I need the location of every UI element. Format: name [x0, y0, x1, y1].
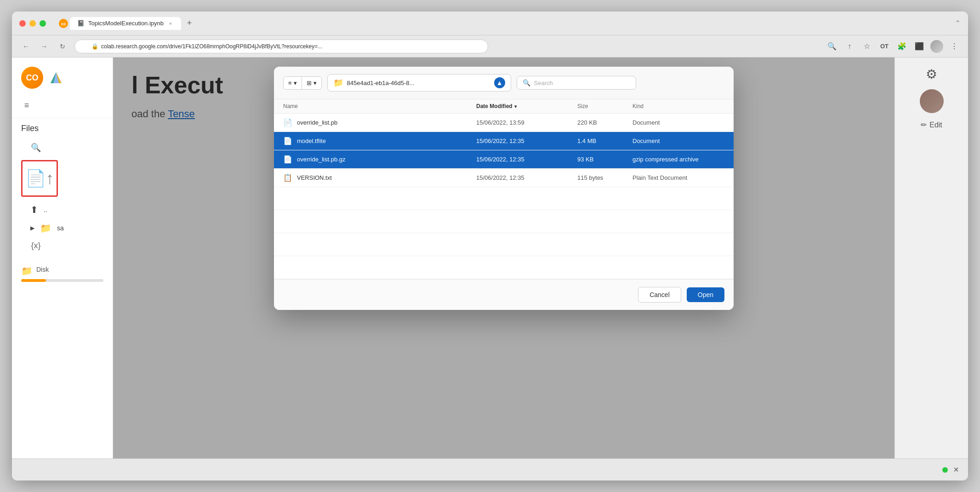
dialog-footer: Cancel Open [274, 279, 734, 310]
sidebar-item-variables[interactable]: {x} [21, 237, 103, 254]
files-section: Files 🔍 📄↑ ⬆ .. ▶ 📁 sa [12, 118, 113, 260]
search-icon: 🔍 [523, 79, 530, 86]
colab-logo: CO [21, 67, 43, 89]
cancel-button[interactable]: Cancel [638, 287, 681, 303]
window-minimize-icon[interactable]: ⌃ [955, 19, 961, 28]
sidebar-item-search[interactable]: 🔍 [21, 139, 103, 156]
user-profile-large[interactable] [920, 89, 944, 113]
file-size: 93 KB [577, 156, 632, 163]
new-tab-button[interactable]: + [183, 17, 196, 30]
file-name-text: VERSION.txt [297, 174, 332, 181]
address-bar: ← → ↻ 🔒 colab.research.google.com/drive/… [12, 35, 968, 57]
file-date: 15/06/2022, 12:35 [476, 174, 577, 181]
menu-icon[interactable]: ⋮ [948, 40, 961, 53]
sidebar-item-folder[interactable]: ▶ 📁 sa [21, 219, 103, 237]
tab-notebook[interactable]: 📓 TopicsModelExecution.ipynb × [70, 17, 181, 30]
variables-icon: {x} [30, 241, 41, 251]
upload-button[interactable]: 📄↑ [21, 160, 58, 197]
disk-label: Disk [36, 266, 49, 273]
bottom-close-button[interactable]: × [953, 464, 959, 475]
tab-notebook-title: TopicsModelExecution.ipynb [88, 20, 164, 27]
disk-section: 📁 Disk [12, 260, 113, 287]
search-placeholder: Search [534, 80, 553, 86]
refresh-button[interactable]: ↻ [56, 40, 69, 53]
file-name-text: model.tflite [297, 137, 326, 144]
folder-expand-icon: ▶ [30, 225, 34, 231]
view-toggle: ≡ ▾ ⊞ ▾ [283, 76, 322, 90]
file-date: 15/06/2022, 13:59 [476, 119, 577, 126]
file-row-version-txt[interactable]: 📋 VERSION.txt 15/06/2022, 12:35 115 byte… [274, 169, 734, 187]
file-kind: Plain Text Document [632, 174, 724, 181]
dialog-toolbar: ≡ ▾ ⊞ ▾ 📁 845e4ad1-eb1a-46d5-8... ▲ [274, 67, 734, 99]
settings-icon[interactable]: ⚙ [926, 67, 937, 82]
colab-sidebar: CO ≡ Files 🔍 📄 [12, 57, 113, 458]
sort-arrow-icon: ▾ [514, 104, 517, 109]
col-size-header: Size [577, 103, 632, 109]
file-icon: 📄 [283, 155, 292, 164]
grid-view-button[interactable]: ⊞ ▾ [302, 77, 321, 89]
arrow-up-icon: ⬆ [30, 204, 38, 215]
col-date-header[interactable]: Date Modified ▾ [476, 103, 577, 109]
folder-path-name: 845e4ad1-eb1a-46d5-8... [347, 80, 490, 86]
bottom-bar: × [12, 458, 968, 481]
close-traffic-light[interactable] [19, 20, 26, 27]
list-dropdown-arrow: ▾ [294, 80, 297, 86]
col-kind-header: Kind [632, 103, 724, 109]
back-button[interactable]: ← [19, 40, 32, 53]
open-button[interactable]: Open [687, 287, 724, 302]
file-kind: Document [632, 119, 724, 126]
sidebar-toggle-icon[interactable]: ⬛ [913, 40, 926, 53]
folder-icon: 📁 [40, 223, 51, 234]
file-row-model-tflite[interactable]: 📄 model.tflite 15/06/2022, 12:35 1.4 MB … [274, 132, 734, 150]
file-name-cell: 📄 model.tflite [283, 137, 476, 145]
browser-window: co 📓 TopicsModelExecution.ipynb × + ⌃ ← … [12, 11, 968, 481]
right-panel: ⚙ ✏ Edit [895, 57, 968, 458]
file-icon: 📋 [283, 173, 292, 182]
file-size: 220 KB [577, 119, 632, 126]
file-kind: gzip compressed archive [632, 156, 724, 163]
profile-avatar[interactable] [930, 40, 943, 53]
browser-actions: 🔍 ↑ ☆ OT 🧩 ⬛ ⋮ [826, 40, 961, 53]
minimize-traffic-light[interactable] [29, 20, 36, 27]
tab-close-button[interactable]: × [167, 20, 174, 27]
forward-button[interactable]: → [38, 40, 51, 53]
file-dialog: ≡ ▾ ⊞ ▾ 📁 845e4ad1-eb1a-46d5-8... ▲ [274, 67, 734, 310]
file-date: 15/06/2022, 12:35 [476, 156, 577, 163]
search-field[interactable]: 🔍 Search [517, 76, 636, 90]
search-icon: 🔍 [30, 143, 41, 153]
edit-button[interactable]: ✏ Edit [921, 120, 942, 129]
empty-row-2 [274, 210, 734, 233]
colab-tab-icon: co [59, 19, 68, 28]
file-list: 📄 override_list.pb 15/06/2022, 13:59 220… [274, 114, 734, 279]
extensions-icon[interactable]: 🧩 [895, 40, 908, 53]
disk-usage-bar [21, 279, 103, 282]
zoom-icon[interactable]: 🔍 [826, 40, 838, 53]
folder-name-label: sa [57, 224, 64, 232]
list-view-button[interactable]: ≡ ▾ [284, 77, 302, 89]
file-row-override-list-pb[interactable]: 📄 override_list.pb 15/06/2022, 13:59 220… [274, 114, 734, 132]
bookmark-icon[interactable]: ☆ [860, 40, 873, 53]
dots-label: .. [44, 206, 47, 213]
file-row-override-list-gz[interactable]: 📄 override_list.pb.gz 15/06/2022, 12:35 … [274, 150, 734, 169]
folder-path[interactable]: 📁 845e4ad1-eb1a-46d5-8... ▲ [327, 74, 511, 92]
lock-icon: 🔒 [91, 43, 98, 50]
share-icon[interactable]: ↑ [843, 40, 856, 53]
upload-file-icon: 📄↑ [25, 169, 54, 188]
title-bar: co 📓 TopicsModelExecution.ipynb × + ⌃ [12, 11, 968, 35]
file-name-text: override_list.pb.gz [297, 156, 346, 163]
edit-label: Edit [929, 121, 942, 129]
empty-row-3 [274, 233, 734, 256]
edit-icon: ✏ [921, 120, 927, 129]
tab-notebook-icon: 📓 [77, 20, 85, 27]
grid-dropdown-arrow: ▾ [313, 80, 317, 86]
sidebar-item-menu[interactable]: ≡ [12, 97, 113, 114]
connection-status-dot [942, 467, 948, 473]
file-dialog-overlay: ≡ ▾ ⊞ ▾ 📁 845e4ad1-eb1a-46d5-8... ▲ [113, 57, 895, 458]
address-input[interactable]: 🔒 colab.research.google.com/drive/1Fk1iZ… [74, 40, 488, 53]
grid-icon: ⊞ [307, 80, 312, 86]
sidebar-item-upload[interactable]: ⬆ .. [21, 200, 103, 219]
folder-navigate-button[interactable]: ▲ [494, 77, 505, 88]
column-headers: Name Date Modified ▾ Size Kind [274, 99, 734, 114]
maximize-traffic-light[interactable] [40, 20, 46, 27]
menu-icon: ≡ [21, 101, 32, 110]
